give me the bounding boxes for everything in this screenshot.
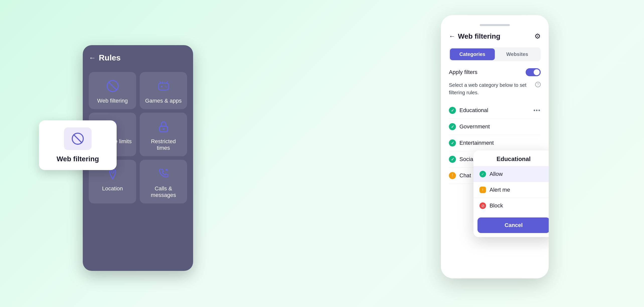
- status-allow-entertainment: ✓: [449, 139, 456, 146]
- category-left-educational: ✓ Educational: [449, 107, 488, 114]
- wf-icon-box: [64, 127, 92, 150]
- left-phone-title: Rules: [99, 53, 121, 62]
- back-arrow-left[interactable]: ←: [89, 54, 96, 61]
- alert-icon: !: [479, 187, 486, 193]
- back-arrow-right[interactable]: ←: [449, 32, 455, 40]
- block-icon: [105, 78, 121, 94]
- lock-icon: [155, 119, 172, 135]
- dropdown-option-allow[interactable]: ✓ Allow: [473, 166, 549, 182]
- gear-icon[interactable]: ⚙: [534, 32, 541, 40]
- rule-label-games-apps: Games & apps: [145, 98, 182, 104]
- allow-label: Allow: [490, 171, 503, 177]
- rule-label-location: Location: [102, 185, 123, 192]
- status-allow-social-network: ✓: [449, 156, 456, 163]
- status-allow-educational: ✓: [449, 107, 456, 114]
- category-name-educational: Educational: [459, 107, 488, 114]
- dropdown-option-block[interactable]: ⊘ Block: [473, 198, 549, 213]
- category-name-entertainment: Entertainment: [459, 140, 494, 146]
- rule-label-restricted-times: Restricted times: [144, 138, 183, 151]
- rule-card-games-apps[interactable]: Games & apps: [140, 72, 187, 109]
- dropdown-title: Educational: [473, 150, 549, 166]
- tabs-row: Categories Websites: [449, 47, 541, 61]
- tab-websites[interactable]: Websites: [495, 48, 540, 60]
- left-phone-header: ← Rules: [89, 51, 187, 64]
- status-allow-government: ✓: [449, 123, 456, 130]
- category-name-government: Government: [459, 123, 490, 130]
- svg-point-3: [165, 86, 166, 87]
- phone-notch: [480, 24, 510, 26]
- apply-filters-label: Apply filters: [449, 69, 477, 75]
- dropdown-option-alert-me[interactable]: ! Alert me: [473, 182, 549, 198]
- category-left-entertainment: ✓ Entertainment: [449, 139, 494, 146]
- alert-me-label: Alert me: [490, 187, 510, 193]
- block-icon-large: [71, 132, 85, 146]
- rule-card-web-filtering[interactable]: Web filtering: [89, 72, 136, 109]
- svg-rect-2: [158, 83, 169, 90]
- category-left-chat: ! Chat: [449, 172, 471, 179]
- right-phone-header: ← Web filtering ⚙: [449, 32, 541, 40]
- category-left-government: ✓ Government: [449, 123, 490, 130]
- svg-line-10: [74, 135, 82, 143]
- category-item-educational[interactable]: ✓ Educational •••: [449, 102, 541, 119]
- apply-filters-row: Apply filters: [449, 68, 541, 76]
- right-phone-back[interactable]: ← Web filtering: [449, 32, 500, 40]
- svg-line-1: [109, 82, 117, 90]
- phone-icon: [155, 166, 172, 182]
- category-item-entertainment[interactable]: ✓ Entertainment: [449, 135, 541, 151]
- games-icon: [155, 78, 172, 94]
- wf-overlay-label: Web filtering: [56, 155, 99, 163]
- rule-label-web-filtering: Web filtering: [97, 98, 128, 104]
- educational-dropdown: Educational ✓ Allow ! Alert me ⊘ Block C…: [473, 150, 549, 237]
- category-name-chat: Chat: [459, 172, 471, 179]
- rule-card-restricted-times[interactable]: Restricted times: [140, 113, 187, 156]
- dots-button-educational[interactable]: •••: [533, 107, 541, 114]
- web-filtering-overlay-card: Web filtering: [39, 120, 117, 170]
- rule-label-calls-messages: Calls & messages: [144, 185, 183, 198]
- svg-point-8: [167, 169, 168, 170]
- block-option-icon: ⊘: [479, 202, 486, 209]
- category-item-government[interactable]: ✓ Government: [449, 119, 541, 135]
- allow-icon: ✓: [479, 171, 486, 177]
- status-alert-chat: !: [449, 172, 456, 179]
- help-icon[interactable]: ?: [535, 82, 541, 87]
- apply-filters-toggle[interactable]: [526, 68, 541, 76]
- svg-point-7: [111, 171, 114, 173]
- cancel-button[interactable]: Cancel: [477, 217, 549, 233]
- right-phone-title: Web filtering: [458, 32, 500, 40]
- tab-categories[interactable]: Categories: [450, 48, 495, 60]
- block-label: Block: [490, 202, 503, 209]
- svg-point-6: [163, 128, 164, 130]
- svg-point-4: [166, 87, 167, 88]
- select-category-text: Select a web category below to set filte…: [449, 81, 541, 96]
- rule-card-calls-messages[interactable]: Calls & messages: [140, 160, 187, 203]
- right-phone: ← Web filtering ⚙ Categories Websites Ap…: [441, 15, 549, 278]
